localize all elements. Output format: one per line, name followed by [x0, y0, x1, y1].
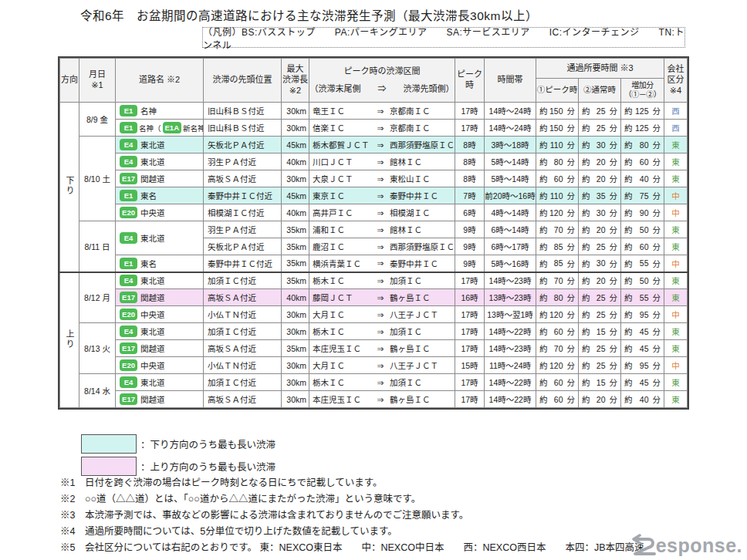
- company-cell: 東: [664, 153, 688, 170]
- normal-duration-cell: 約25分: [579, 289, 621, 306]
- increase-duration-cell: 約90分: [621, 204, 664, 221]
- section-tail: 藤岡ＪＣＴ: [313, 292, 371, 303]
- road-name: 東北道: [140, 326, 165, 337]
- footnote-5: ※5 会社区分については右記のとおりです。 東：NEXCO東日本 中：NEXCO…: [60, 540, 644, 556]
- peak-duration-cell: 約85分: [536, 238, 579, 255]
- company-cell: 中: [664, 204, 688, 221]
- minutes-unit: 分: [653, 326, 661, 337]
- peak-duration-cell: 約120分: [536, 204, 579, 221]
- approx-label: 約: [624, 190, 633, 201]
- downbound-highlight-legend: ：下り方向のうち最も長い渋滞: [81, 434, 275, 454]
- approx-label: 約: [539, 105, 548, 116]
- company-cell: 東: [664, 374, 688, 391]
- minutes-value: 50: [633, 225, 653, 234]
- normal-duration-cell: 約25分: [579, 357, 621, 374]
- approx-label: 約: [539, 122, 548, 133]
- approx-label: 約: [539, 292, 548, 303]
- approx-label: 約: [539, 139, 548, 150]
- minutes-unit: 分: [610, 105, 618, 116]
- congestion-head-cell: 高坂ＳＡ付近: [204, 289, 282, 306]
- minutes-unit: 分: [653, 224, 661, 235]
- minutes-value: 25: [590, 344, 610, 353]
- table-row: E20中央道相模湖ＩＣ付近40km高井戸ＩＣ⇒相模湖ＩＣ6時4時～14時約120…: [60, 204, 688, 221]
- section-head: 相模湖ＩＣ: [390, 207, 455, 218]
- section-head: 八王子ＪＣＴ: [390, 309, 455, 320]
- route-number-badge: E17: [120, 173, 137, 184]
- road-cell: E4東北道: [116, 221, 204, 255]
- normal-duration-cell: 約20分: [579, 153, 621, 170]
- minutes-value: 25: [590, 242, 610, 251]
- company-cell: 中: [664, 306, 688, 323]
- time-band-cell: 6時～17時: [485, 238, 536, 255]
- minutes-unit: 分: [610, 190, 618, 201]
- minutes-value: 25: [590, 361, 610, 370]
- table-row: E20中央道小仏ＴＮ付近30km大月ＩＣ⇒八王子ＪＣＴ17時13時～翌1時約12…: [60, 306, 688, 323]
- header-peak: ピーク 時: [455, 59, 485, 103]
- minutes-value: 150: [548, 106, 567, 116]
- normal-duration-cell: 約25分: [579, 306, 621, 323]
- minutes-unit: 分: [567, 207, 576, 218]
- approx-label: 約: [539, 275, 548, 286]
- road-cell: E4東北道: [116, 374, 204, 391]
- congestion-head-cell: 旧山科ＢＳ付近: [204, 120, 282, 137]
- approx-label: 約: [624, 309, 633, 320]
- company-cell: 中: [664, 255, 688, 272]
- peak-hour-cell: 8時: [455, 153, 485, 170]
- max-length-cell: 30km: [282, 120, 309, 137]
- peak-duration-cell: 約85分: [536, 255, 579, 272]
- minutes-value: 40: [633, 174, 653, 184]
- arrow-right-icon: ⇒: [371, 361, 390, 370]
- normal-duration-cell: 約25分: [579, 340, 621, 357]
- road-name: 東名: [140, 258, 157, 269]
- peak-duration-cell: 約150分: [536, 120, 579, 137]
- table-row: 下り8/9 金E1名神旧山科ＢＳ付近30km竜王ＩＣ⇒京都南ＩＣ17時14時～2…: [60, 103, 688, 120]
- peak-hour-cell: 8時: [455, 170, 485, 187]
- congestion-section-cell: 横浜青葉ＩＣ⇒秦野中井ＩＣ: [309, 255, 455, 272]
- minutes-value: 50: [633, 276, 653, 285]
- approx-label: 約: [624, 359, 633, 371]
- road-name: 関越道: [140, 173, 165, 184]
- section-tail: 栃木都賀ＪＣＴ: [313, 139, 371, 150]
- approx-label: 約: [582, 393, 590, 405]
- minutes-unit: 分: [567, 156, 576, 167]
- normal-duration-cell: 約30分: [579, 204, 621, 221]
- congestion-section-cell: 栃木ＩＣ⇒加須ＩＣ: [309, 374, 455, 391]
- section-tail: 浦和ＩＣ: [313, 224, 371, 235]
- increase-duration-cell: 約45分: [621, 340, 664, 357]
- minutes-value: 60: [548, 327, 567, 336]
- increase-duration-cell: 約125分: [621, 120, 664, 137]
- table-row: E1名神（E1A新名神）旧山科ＢＳ付近30km信楽ＩＣ⇒京都南ＩＣ17時14時～…: [60, 120, 688, 137]
- max-length-cell: 30km: [282, 103, 309, 120]
- normal-duration-cell: 約30分: [579, 137, 621, 153]
- route-number-badge: E4: [120, 275, 137, 286]
- congestion-section-cell: 竜王ＩＣ⇒京都南ＩＣ: [309, 103, 455, 120]
- minutes-unit: 分: [653, 122, 661, 133]
- minutes-unit: 分: [653, 190, 661, 201]
- congestion-section-cell: 栃木都賀ＪＣＴ⇒西那須野塩原ＩＣ: [309, 137, 455, 153]
- congestion-head-cell: 高坂ＳＡ付近: [204, 170, 282, 187]
- increase-duration-cell: 約50分: [621, 221, 664, 238]
- peak-hour-cell: 9時: [455, 238, 485, 255]
- increase-duration-cell: 約55分: [621, 255, 664, 272]
- header-transit-time: 通過所要時間 ※3: [536, 59, 664, 79]
- normal-duration-cell: 約20分: [579, 272, 621, 289]
- normal-duration-cell: 約25分: [579, 103, 621, 120]
- time-band-cell: 11時～24時: [485, 357, 536, 374]
- minutes-value: 85: [548, 258, 567, 268]
- time-band-cell: 3時～18時: [485, 137, 536, 153]
- minutes-unit: 分: [567, 393, 576, 405]
- congestion-section-cell: 大月ＩＣ⇒八王子ＪＣＴ: [309, 357, 455, 374]
- max-length-cell: 45km: [282, 187, 309, 204]
- header-section: ピーク時の渋滞区間 （渋滞末尾側 ⇒ 渋滞先頭側）: [309, 59, 455, 103]
- time-band-cell: 14時～24時: [485, 120, 536, 137]
- minutes-unit: 分: [567, 342, 576, 354]
- road-name: 東北道: [140, 139, 165, 150]
- route-number-badge: E20: [120, 309, 137, 320]
- congestion-head-cell: 小仏ＴＮ付近: [204, 306, 282, 323]
- arrow-right-icon: ⇒: [371, 378, 390, 387]
- section-head: 鶴ヶ島ＩＣ: [390, 342, 455, 354]
- approx-label: 約: [624, 376, 633, 388]
- approx-label: 約: [624, 105, 633, 116]
- increase-duration-cell: 約45分: [621, 323, 664, 340]
- approx-label: 約: [582, 207, 590, 218]
